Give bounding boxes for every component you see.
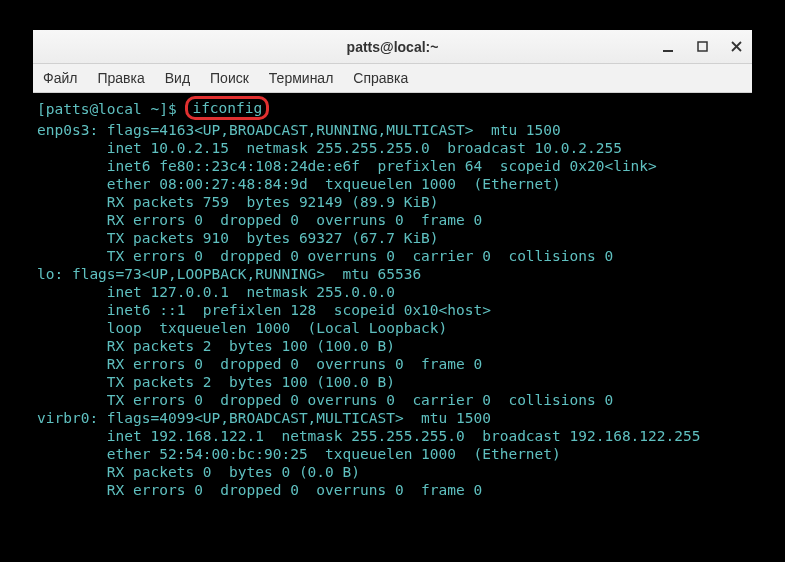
window-title: patts@local:~ <box>347 39 439 55</box>
menubar: Файл Правка Вид Поиск Терминал Справка <box>33 64 752 93</box>
menu-terminal[interactable]: Терминал <box>259 66 343 90</box>
close-button[interactable] <box>726 37 746 57</box>
terminal-area[interactable]: [patts@local ~]$ ifconfigenp0s3: flags=4… <box>33 93 752 527</box>
output-line: loop txqueuelen 1000 (Local Loopback) <box>37 319 748 337</box>
maximize-button[interactable] <box>692 37 712 57</box>
command-text: ifconfig <box>192 100 262 116</box>
menu-view[interactable]: Вид <box>155 66 200 90</box>
output-line: inet 192.168.122.1 netmask 255.255.255.0… <box>37 427 748 445</box>
output-line: inet6 ::1 prefixlen 128 scopeid 0x10<hos… <box>37 301 748 319</box>
output-line: inet 10.0.2.15 netmask 255.255.255.0 bro… <box>37 139 748 157</box>
output-line: enp0s3: flags=4163<UP,BROADCAST,RUNNING,… <box>37 121 748 139</box>
output-line: RX errors 0 dropped 0 overruns 0 frame 0 <box>37 481 748 499</box>
output-line: RX packets 2 bytes 100 (100.0 B) <box>37 337 748 355</box>
output-line: inet 127.0.0.1 netmask 255.0.0.0 <box>37 283 748 301</box>
prompt-line: [patts@local ~]$ ifconfig <box>37 97 748 121</box>
output-line: TX packets 910 bytes 69327 (67.7 KiB) <box>37 229 748 247</box>
menu-file[interactable]: Файл <box>39 66 87 90</box>
svg-rect-1 <box>698 42 707 51</box>
prompt-prefix: [patts@local ~]$ <box>37 101 185 117</box>
output-line: lo: flags=73<UP,LOOPBACK,RUNNING> mtu 65… <box>37 265 748 283</box>
output-line: virbr0: flags=4099<UP,BROADCAST,MULTICAS… <box>37 409 748 427</box>
maximize-icon <box>697 41 708 52</box>
menu-edit[interactable]: Правка <box>87 66 154 90</box>
minimize-icon <box>662 41 674 53</box>
terminal-window: patts@local:~ Файл Правка Вид Поиск Терм… <box>33 30 752 527</box>
titlebar: patts@local:~ <box>33 30 752 64</box>
output-line: TX errors 0 dropped 0 overruns 0 carrier… <box>37 247 748 265</box>
output-line: ether 52:54:00:bc:90:25 txqueuelen 1000 … <box>37 445 748 463</box>
window-controls <box>658 30 746 63</box>
output-line: RX packets 759 bytes 92149 (89.9 KiB) <box>37 193 748 211</box>
output-line: inet6 fe80::23c4:108:24de:e6f prefixlen … <box>37 157 748 175</box>
output-line: RX packets 0 bytes 0 (0.0 B) <box>37 463 748 481</box>
menu-help[interactable]: Справка <box>343 66 418 90</box>
minimize-button[interactable] <box>658 37 678 57</box>
output-line: RX errors 0 dropped 0 overruns 0 frame 0 <box>37 355 748 373</box>
output-line: ether 08:00:27:48:84:9d txqueuelen 1000 … <box>37 175 748 193</box>
close-icon <box>731 41 742 52</box>
output-line: TX errors 0 dropped 0 overruns 0 carrier… <box>37 391 748 409</box>
output-line: RX errors 0 dropped 0 overruns 0 frame 0 <box>37 211 748 229</box>
highlighted-command: ifconfig <box>185 96 269 120</box>
output-line: TX packets 2 bytes 100 (100.0 B) <box>37 373 748 391</box>
menu-search[interactable]: Поиск <box>200 66 259 90</box>
